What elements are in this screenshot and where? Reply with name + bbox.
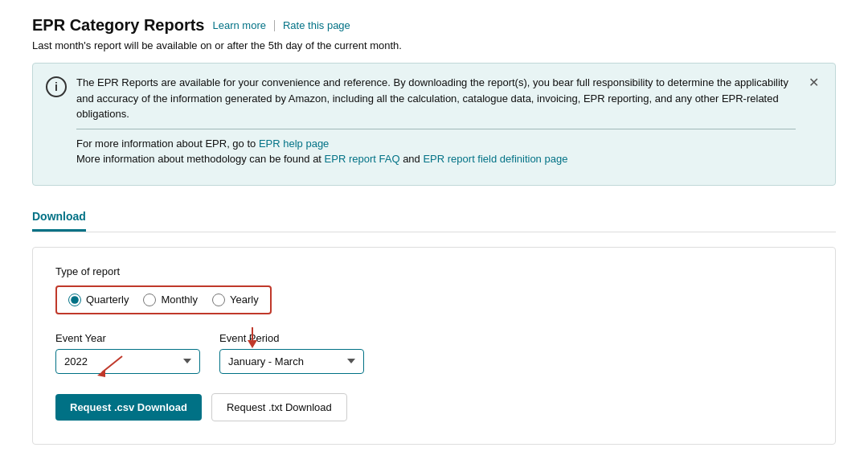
rate-page-link[interactable]: Rate this page [283, 19, 350, 31]
page-title: EPR Category Reports [32, 16, 205, 35]
svg-marker-3 [248, 340, 257, 348]
epr-help-link[interactable]: EPR help page [259, 138, 329, 150]
radio-monthly-label: Monthly [161, 294, 198, 306]
event-year-select[interactable]: 2022 2021 2020 [55, 349, 200, 374]
close-banner-button[interactable]: ✕ [805, 75, 822, 91]
learn-more-link[interactable]: Learn more [213, 19, 266, 31]
info-divider [76, 129, 796, 129]
dropdowns-row: Event Year 2022 2021 2020 Event Period J… [55, 332, 813, 374]
epr-field-def-link[interactable]: EPR report field definition page [423, 153, 567, 165]
radio-quarterly[interactable]: Quarterly [68, 294, 129, 306]
info-banner: i The EPR Reports are available for your… [32, 63, 836, 186]
tabs-bar: Download [32, 203, 836, 232]
info-text-content: The EPR Reports are available for your c… [76, 75, 796, 174]
header-divider [274, 20, 275, 31]
radio-monthly-input[interactable] [143, 294, 156, 306]
radio-monthly[interactable]: Monthly [143, 294, 198, 306]
arrow-period-annotation [240, 326, 264, 350]
radio-yearly-label: Yearly [230, 294, 259, 306]
event-year-group: Event Year 2022 2021 2020 [55, 332, 200, 374]
radio-quarterly-label: Quarterly [86, 294, 129, 306]
report-type-label: Type of report [55, 265, 813, 277]
info-icon: i [46, 76, 67, 97]
epr-faq-link[interactable]: EPR report FAQ [325, 153, 400, 165]
radio-quarterly-input[interactable] [68, 294, 81, 306]
event-period-select[interactable]: January - March April - June July - Sept… [219, 349, 364, 374]
form-card: Type of report Quarterly Monthly Yearly [32, 247, 836, 445]
page-subtitle: Last month's report will be available on… [32, 39, 836, 51]
report-type-radio-group: Quarterly Monthly Yearly [55, 285, 272, 314]
request-txt-button[interactable]: Request .txt Download [211, 393, 347, 421]
request-csv-button[interactable]: Request .csv Download [55, 394, 202, 421]
info-body-text: The EPR Reports are available for your c… [76, 75, 796, 122]
radio-yearly[interactable]: Yearly [212, 294, 259, 306]
tab-download[interactable]: Download [32, 203, 86, 232]
info-links-text: For more information about EPR, go to EP… [76, 136, 796, 167]
buttons-row: Request .csv Download Request .txt Downl… [55, 393, 813, 421]
event-year-label: Event Year [55, 332, 200, 344]
radio-yearly-input[interactable] [212, 294, 225, 306]
